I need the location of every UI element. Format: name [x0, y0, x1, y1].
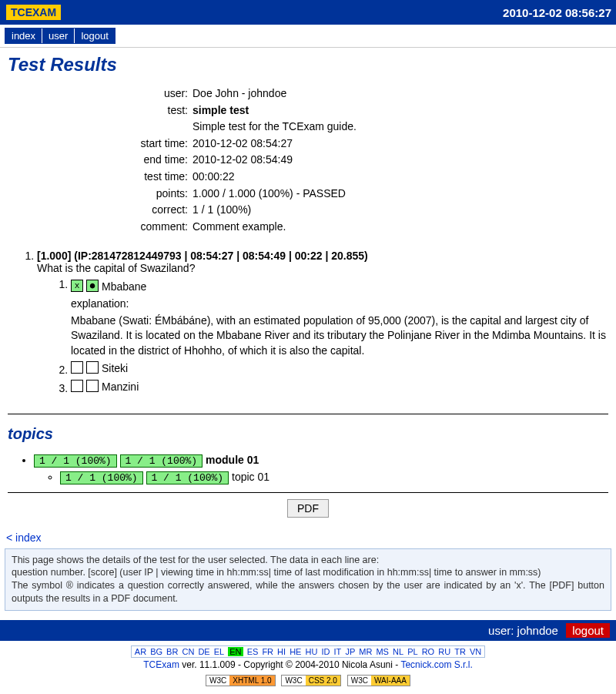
w3c-xhtml-badge[interactable]: W3CXHTML 1.0: [206, 675, 275, 686]
logo-tc: TC: [11, 6, 25, 18]
nav-logout[interactable]: logout: [75, 28, 114, 43]
module-name: module 01: [206, 454, 259, 466]
w3c-css-badge[interactable]: W3CCSS 2.0: [281, 675, 340, 686]
label-testtime: test time:: [8, 169, 192, 185]
lang-cn[interactable]: CN: [182, 647, 194, 656]
lang-jp[interactable]: JP: [345, 647, 355, 656]
topic-badge: 1 / 1 (100%): [60, 471, 143, 484]
answer-mark-user: x: [71, 280, 83, 292]
lang-mr[interactable]: MR: [359, 647, 372, 656]
w3c-row: W3CXHTML 1.0 W3CCSS 2.0 W3CWAI-AAA: [0, 673, 616, 686]
lang-vn[interactable]: VN: [470, 647, 481, 656]
question-list: [1.000] (IP:281472812449793 | 08:54:27 |…: [29, 250, 608, 394]
answer-mark-user: [71, 380, 83, 392]
logo: TCEXAM: [5, 3, 62, 22]
value-points: 1.000 / 1.000 (100%) - PASSED: [192, 186, 608, 202]
topics-title: topics: [8, 425, 608, 443]
value-comment: Comment example.: [192, 220, 608, 235]
app-link[interactable]: TCExam: [143, 659, 179, 670]
w3c-wai-badge[interactable]: W3CWAI-AAA: [347, 675, 410, 686]
lang-el[interactable]: EL: [214, 647, 224, 656]
lang-de[interactable]: DE: [198, 647, 209, 656]
help-box: This page shows the details of the test …: [5, 548, 611, 612]
lang-br[interactable]: BR: [166, 647, 178, 656]
explanation-label: explanation:: [71, 297, 608, 312]
module-badge: 1 / 1 (100%): [120, 454, 203, 468]
topic-name: topic 01: [232, 471, 270, 483]
company-link[interactable]: Tecnick.com S.r.l.: [400, 659, 472, 670]
content: Test Results user:Doe John - johndoe tes…: [0, 48, 616, 530]
answer-mark-correct: [86, 361, 99, 374]
value-user: Doe John - johndoe: [192, 86, 608, 102]
timestamp: 2010-12-02 08:56:27: [503, 6, 611, 19]
lang-es[interactable]: ES: [247, 647, 259, 656]
value-correct: 1 / 1 (100%): [192, 203, 608, 218]
lang-ru[interactable]: RU: [438, 647, 450, 656]
label-end: end time:: [8, 153, 192, 168]
topic-badge: 1 / 1 (100%): [146, 471, 229, 484]
language-list: AR BG BR CN DE EL EN ES FR HI HE HU ID I…: [131, 645, 485, 658]
label-start: start time:: [8, 136, 192, 152]
answer-mark-correct: ●: [86, 280, 99, 292]
answer-text: Manzini: [102, 380, 139, 395]
nav-bar: index user logout: [0, 25, 616, 48]
logo-exam: EXAM: [25, 6, 56, 18]
lang-ar[interactable]: AR: [135, 647, 146, 656]
lang-nl[interactable]: NL: [393, 647, 403, 656]
module-item: 1 / 1 (100%) 1 / 1 (100%) module 01 1 / …: [34, 454, 608, 484]
label-comment: comment:: [8, 220, 192, 235]
value-test: simple test: [192, 103, 608, 119]
pdf-row: PDF: [8, 499, 608, 518]
page-title: Test Results: [8, 54, 608, 75]
summary: user:Doe John - johndoe test:simple test…: [8, 86, 608, 234]
label-test: test:: [8, 103, 192, 119]
lang-hu[interactable]: HU: [306, 647, 318, 656]
copyright: TCExam ver. 11.1.009 - Copyright © 2004-…: [0, 659, 616, 670]
lang-tr[interactable]: TR: [454, 647, 466, 656]
question-header: [1.000] (IP:281472812449793 | 08:54:27 |…: [37, 250, 368, 262]
footer-logout-button[interactable]: logout: [566, 623, 610, 638]
back-link[interactable]: < index: [0, 530, 616, 545]
lang-fr[interactable]: FR: [262, 647, 273, 656]
value-start: 2010-12-02 08:54:27: [192, 136, 608, 152]
label-user: user:: [8, 86, 192, 102]
footer-user: user: johndoe: [488, 624, 558, 637]
value-testtime: 00:00:22: [192, 169, 608, 185]
lang-ms[interactable]: MS: [376, 647, 389, 656]
top-bar: TCEXAM 2010-12-02 08:56:27: [0, 0, 616, 25]
answer-mark-correct: [86, 380, 99, 392]
question-text: What is the capital of Swaziland?: [37, 262, 195, 274]
lang-en[interactable]: EN: [228, 647, 243, 656]
value-test-desc: Simple test for the TCExam guide.: [192, 119, 608, 135]
lang-ro[interactable]: RO: [422, 647, 435, 656]
separator: [8, 492, 608, 493]
answer-list: x ● Mbabane explanation: Mbabane (Swati:…: [60, 277, 608, 394]
topics-list: 1 / 1 (100%) 1 / 1 (100%) module 01 1 / …: [34, 454, 608, 484]
nav-index[interactable]: index: [5, 28, 42, 43]
language-row: AR BG BR CN DE EL EN ES FR HI HE HU ID I…: [0, 645, 616, 658]
answer-item: Manzini: [71, 380, 608, 395]
answer-text: Mbabane: [102, 280, 146, 295]
answer-item: x ● Mbabane explanation: Mbabane (Swati:…: [71, 277, 608, 358]
question-item: [1.000] (IP:281472812449793 | 08:54:27 |…: [37, 250, 608, 394]
copyright-text: ver. 11.1.009 - Copyright © 2004-2010 Ni…: [179, 659, 400, 670]
module-badge: 1 / 1 (100%): [34, 454, 117, 468]
pdf-button[interactable]: PDF: [287, 499, 329, 518]
lang-bg[interactable]: BG: [150, 647, 162, 656]
label-correct: correct:: [8, 203, 192, 218]
lang-he[interactable]: HE: [290, 647, 301, 656]
answer-item: Siteki: [71, 361, 608, 377]
explanation-text: Mbabane (Swati: ÉMbábáne), with an estim…: [71, 313, 608, 359]
label-points: points:: [8, 186, 192, 202]
lang-it[interactable]: IT: [334, 647, 342, 656]
answer-text: Siteki: [102, 361, 128, 377]
lang-hi[interactable]: HI: [277, 647, 286, 656]
value-end: 2010-12-02 08:54:49: [192, 153, 608, 168]
answer-mark-user: [71, 361, 83, 374]
footer-bar: user: johndoe logout: [0, 620, 616, 641]
topic-item: 1 / 1 (100%) 1 / 1 (100%) topic 01: [60, 471, 608, 484]
lang-id[interactable]: ID: [321, 647, 330, 656]
nav-user[interactable]: user: [42, 28, 75, 43]
subtopics-list: 1 / 1 (100%) 1 / 1 (100%) topic 01: [60, 471, 608, 484]
lang-pl[interactable]: PL: [407, 647, 417, 656]
